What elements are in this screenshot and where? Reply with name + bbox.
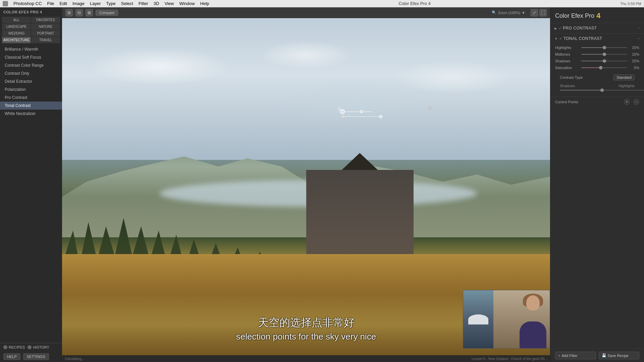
tab-all[interactable]: ALL — [2, 17, 31, 23]
add-filter-button[interactable]: + Add Filter — [555, 352, 596, 359]
help-button[interactable]: HELP — [3, 353, 20, 360]
tonal-contrast-section: ▼ ✓ TONAL CONTRAST − Highlights 15% — [550, 33, 644, 97]
midtones-track[interactable] — [581, 54, 627, 55]
highlights-thumb[interactable] — [603, 46, 606, 49]
tab-portrait[interactable]: PORTRAIT — [31, 30, 60, 37]
canvas-toolbar: ⊞ ⊟ ⊠ Compare 🔍 Zoom (100%) ▼ ⤢ ⛶ — [62, 7, 550, 18]
settings-button[interactable]: SETTINGS — [23, 353, 49, 360]
filter-item-pro-contrast[interactable]: Pro Contrast — [0, 94, 62, 102]
filter-item-brilliance[interactable]: Brilliance / Warmth — [0, 45, 62, 53]
filter-item-detail[interactable]: Detail Extractor — [0, 77, 62, 85]
toolbar-icon-1[interactable]: ⊞ — [65, 9, 73, 16]
shadows-track[interactable] — [581, 61, 627, 61]
toolbar-fullscreen-icon[interactable]: ⛶ — [539, 9, 547, 16]
menu-image[interactable]: Image — [72, 1, 85, 6]
zoom-text: Zoom (100%) — [498, 11, 520, 15]
history-section[interactable]: HISTORY — [28, 345, 49, 349]
highlights-track[interactable] — [581, 47, 627, 48]
save-recipe-icon: 💾 — [602, 353, 606, 358]
compare-button[interactable]: Compare — [96, 10, 118, 16]
pro-contrast-collapse-btn[interactable]: − — [637, 25, 640, 31]
filter-item-polarization[interactable]: Polarization — [0, 85, 62, 94]
highlights-label: Highlights — [555, 46, 579, 50]
menu-filter[interactable]: Filter — [139, 1, 148, 6]
filter-label: Tonal Contrast — [5, 103, 31, 108]
photo-sky — [62, 18, 550, 160]
cp-handle-1[interactable] — [360, 110, 363, 113]
canvas-area: ⊞ ⊟ ⊠ Compare 🔍 Zoom (100%) ▼ ⤢ ⛶ — [62, 7, 550, 362]
toolbar-icon-2[interactable]: ⊟ — [75, 9, 83, 16]
shadow-highlight-track[interactable] — [560, 90, 644, 90]
cp2-circle[interactable] — [428, 106, 432, 110]
filter-label: Brilliance / Warmth — [5, 47, 38, 52]
tab-travel[interactable]: TRAVEL — [31, 37, 60, 43]
pro-contrast-section: ▶ ✓ PRO CONTRAST − — [550, 23, 644, 33]
control-point-2[interactable] — [428, 106, 432, 110]
recipes-label: RECIPES — [9, 345, 25, 349]
cp-circle-1[interactable] — [340, 109, 345, 114]
saturation-thumb[interactable] — [599, 66, 602, 69]
filter-item-classical[interactable]: Classical Soft Focus — [0, 53, 62, 61]
menu-layer[interactable]: Layer — [90, 1, 101, 6]
menu-window[interactable]: Window — [179, 1, 195, 6]
control-point-remove-button[interactable]: − — [633, 99, 639, 105]
control-points-row: Control Points + − — [550, 97, 644, 107]
video-person-head — [526, 295, 540, 310]
sh-thumb[interactable] — [600, 88, 604, 92]
tab-architecture[interactable]: ARCHITECTURE — [2, 37, 31, 43]
menu-view[interactable]: View — [164, 1, 174, 6]
tab-wedding[interactable]: WEDDING — [2, 30, 31, 37]
app-icon — [3, 1, 8, 6]
save-recipe-label: Save Recipe — [608, 354, 629, 358]
menu-file[interactable]: File — [47, 1, 54, 6]
midtones-thumb[interactable] — [603, 53, 606, 56]
menu-3d[interactable]: 3D — [154, 1, 159, 6]
panel-title-prefix: Color Efex Pro — [555, 12, 594, 19]
menu-help[interactable]: Help — [200, 1, 209, 6]
video-thumb-plate — [468, 314, 488, 324]
zoom-arrow: ▼ — [522, 11, 525, 15]
toolbar-expand-icon[interactable]: ⤢ — [531, 9, 538, 16]
menu-right-icons: Thu 3:59 PM — [620, 2, 641, 6]
menu-edit[interactable]: Edit — [60, 1, 67, 6]
window-title: Color Efex Pro 4 — [214, 1, 615, 6]
filter-label: Polarization — [5, 87, 26, 92]
menu-select[interactable]: Select — [121, 1, 133, 6]
control-point-add-button[interactable]: + — [624, 99, 630, 105]
menu-type[interactable]: Type — [106, 1, 116, 6]
menu-app-name[interactable]: Photoshop CC — [13, 1, 42, 6]
filter-item-tonal-contrast[interactable]: Tonal Contrast — [0, 102, 62, 110]
sidebar-buttons: HELP SETTINGS — [0, 351, 62, 362]
filter-label: White Neutralizer — [5, 111, 36, 116]
tab-landscape[interactable]: LANDSCAPE — [2, 23, 31, 30]
menu-bar: Photoshop CC File Edit Image Layer Type … — [0, 0, 644, 7]
tonal-contrast-header[interactable]: ▼ ✓ TONAL CONTRAST − — [550, 34, 644, 44]
tonal-contrast-check: ✓ — [559, 37, 562, 41]
photo-credit: Lesson 6 - New Zealand - Church of the g… — [472, 357, 547, 361]
recipes-section[interactable]: RECIPES — [3, 345, 25, 349]
saturation-row: Saturation 5% — [555, 66, 639, 70]
highlights-fill — [581, 47, 604, 48]
filter-item-contrast-only[interactable]: Contrast Only — [0, 69, 62, 77]
tonal-contrast-collapse-btn[interactable]: − — [637, 36, 640, 41]
filter-item-contrast-color[interactable]: Contrast Color Range — [0, 61, 62, 69]
control-points-label: Control Points — [555, 100, 624, 104]
filter-item-white-neutralizer[interactable]: White Neutralizer — [0, 110, 62, 118]
shadows-thumb[interactable] — [603, 59, 606, 63]
contrast-type-row: Contrast Type Standard — [555, 72, 639, 82]
save-recipe-button[interactable]: 💾 Save Recipe — [599, 352, 640, 359]
add-filter-label: Add Filter — [561, 354, 577, 358]
contrast-type-label: Contrast Type — [560, 75, 611, 79]
menu-time: Thu 3:59 PM — [620, 2, 641, 6]
tab-nature[interactable]: NATURE — [31, 23, 60, 30]
history-label: HISTORY — [33, 345, 49, 349]
saturation-track[interactable] — [581, 67, 627, 68]
video-thumbnail — [463, 290, 493, 348]
midtones-row: Midtones 15% — [555, 52, 639, 56]
filter-label: Detail Extractor — [5, 79, 32, 84]
contrast-type-value[interactable]: Standard — [613, 74, 635, 80]
pro-contrast-header[interactable]: ▶ ✓ PRO CONTRAST − — [550, 23, 644, 33]
sidebar-sections: RECIPES HISTORY — [0, 343, 62, 351]
toolbar-icon-3[interactable]: ⊠ — [86, 9, 93, 16]
tab-favorites[interactable]: FAVORITES — [31, 17, 60, 23]
